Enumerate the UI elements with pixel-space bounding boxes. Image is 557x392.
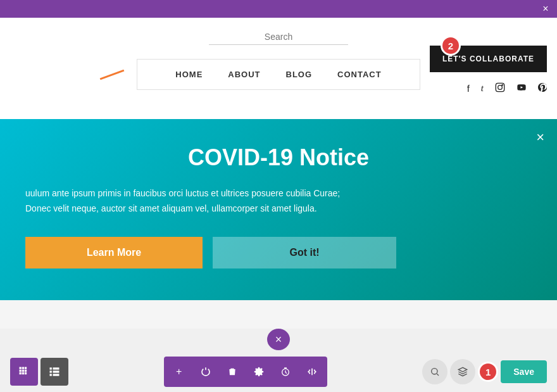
toolbar-center: + (164, 357, 327, 387)
logo-line (100, 69, 125, 79)
floating-close-button[interactable]: × (267, 329, 290, 350)
top-bar: × (0, 0, 557, 18)
facebook-icon[interactable]: f (467, 83, 470, 94)
nav-blog[interactable]: BLOG (286, 70, 313, 79)
search-circle-button[interactable] (422, 359, 447, 384)
settings-button[interactable] (246, 359, 272, 384)
toolbar: + 1 Save (0, 357, 557, 387)
nav-container: HOME ABOUT BLOG CONTACT (137, 59, 420, 90)
layers-circle-button[interactable] (450, 359, 475, 384)
social-icons: f t (467, 82, 547, 94)
nav-contact[interactable]: CONTACT (337, 70, 382, 79)
svg-rect-3 (50, 367, 52, 369)
svg-point-2 (502, 85, 503, 85)
covid-close-button[interactable]: × (536, 129, 544, 146)
delete-button[interactable] (220, 359, 245, 384)
svg-rect-6 (53, 370, 59, 372)
save-button[interactable]: Save (501, 360, 547, 383)
nav-home[interactable]: HOME (175, 70, 203, 79)
toolbar-badge: 1 (478, 362, 498, 382)
covid-text: uulum ante ipsum primis in faucibus orci… (25, 186, 532, 217)
svg-point-1 (498, 85, 503, 90)
twitter-icon[interactable]: t (481, 83, 484, 94)
youtube-icon[interactable] (516, 82, 527, 94)
svg-rect-8 (53, 374, 59, 376)
timer-button[interactable] (273, 359, 298, 384)
logo (99, 73, 125, 75)
toolbar-right: 1 Save (422, 359, 547, 384)
svg-rect-5 (50, 370, 52, 372)
list-view-button[interactable] (41, 358, 68, 386)
covid-text-line2: Donec velit neque, auctor sit amet aliqu… (25, 203, 317, 213)
top-bar-close-button[interactable]: × (539, 3, 552, 15)
learn-more-button[interactable]: Learn More (25, 237, 203, 269)
grid-view-button[interactable] (10, 358, 38, 386)
collaborate-badge: 2 (441, 35, 461, 56)
covid-title: COVID-19 Notice (25, 144, 532, 171)
add-button[interactable]: + (166, 359, 192, 384)
svg-rect-0 (496, 83, 504, 91)
instagram-icon[interactable] (495, 82, 505, 94)
svg-point-10 (432, 369, 437, 374)
header: 2 HOME ABOUT BLOG CONTACT LET'S COLLABOR… (0, 18, 557, 119)
got-it-button[interactable]: Got it! (213, 237, 396, 269)
pinterest-icon[interactable] (538, 82, 547, 94)
search-input[interactable] (209, 29, 348, 45)
power-button[interactable] (193, 359, 218, 384)
svg-rect-4 (53, 367, 59, 369)
covid-text-line1: uulum ante ipsum primis in faucibus orci… (25, 188, 340, 198)
bottom-area: × + (0, 329, 557, 392)
toolbar-left (10, 358, 68, 386)
covid-buttons: Learn More Got it! (25, 237, 532, 269)
nav-about[interactable]: ABOUT (228, 70, 260, 79)
columns-button[interactable] (299, 359, 325, 384)
svg-rect-7 (50, 374, 52, 376)
covid-banner: × COVID-19 Notice uulum ante ipsum primi… (0, 119, 557, 300)
